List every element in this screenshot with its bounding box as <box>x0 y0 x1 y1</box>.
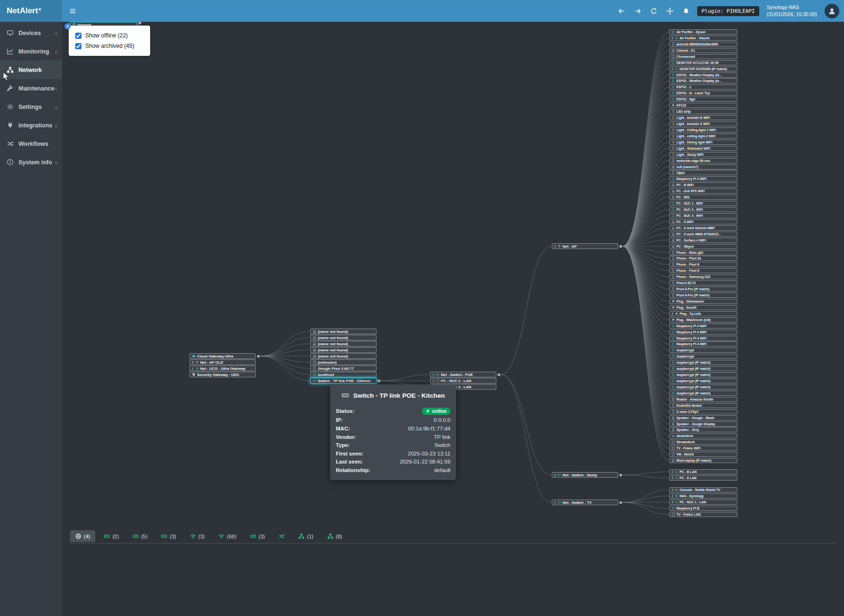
node-plug-tp-link[interactable]: 2Plug - Tp-Link <box>669 311 737 316</box>
node-esp32-weather-display-bl[interactable]: ESP32 - Weather Display (bl... <box>669 72 737 78</box>
external-link-icon[interactable]: ↗ <box>72 22 75 27</box>
node-pc-b-wifi[interactable]: PC - B WiFi <box>669 182 737 187</box>
node-raspberrypi[interactable]: raspberrypi <box>669 354 737 359</box>
user-avatar[interactable] <box>825 4 839 18</box>
collapse-handle[interactable] <box>498 374 500 376</box>
node-name-not-found[interactable]: (name not found) <box>310 329 377 334</box>
node-speaker-google-display[interactable]: Speaker - Google Display <box>669 421 737 427</box>
app-logo[interactable]: NetAlertx <box>0 0 62 22</box>
node-raspberry-pi-4-wifi[interactable]: Raspberry Pi 4 WiFi <box>669 336 737 341</box>
node-light-dining-light-wifi[interactable]: Light - Dining light WiFi <box>669 140 737 145</box>
node-esp32-ttgo[interactable]: ESP32 - ttgo <box>669 97 737 102</box>
node-net-switch-poe[interactable]: 1Net - Switch - POE <box>430 372 496 377</box>
node-localhost[interactable]: localhost <box>310 372 377 377</box>
node-raspberry-pi-b[interactable]: Raspberry Pi B <box>669 506 737 511</box>
node-raspberry-pi-4-wifi[interactable]: Raspberry Pi 4 WiFi <box>669 323 737 329</box>
node-air-purifier-xiaomi[interactable]: 2Air Purifier - Xiaomi <box>669 36 737 41</box>
node-pc-s-work-daniels-mbp[interactable]: PC - S work Daniels-MBP <box>669 225 737 231</box>
node-net-switch-study[interactable]: 3Net - Switch - Study <box>552 472 618 478</box>
node-raspberry-pi-4-wifi[interactable]: Raspberry Pi 4 WiFi <box>669 341 737 347</box>
sidebar-item-monitoring[interactable]: Monitoring‹ <box>0 42 62 61</box>
arrow-right-button[interactable] <box>634 8 641 15</box>
node-reader-amazon-kindle[interactable]: Reader - Amazon Kindle <box>669 397 737 402</box>
node-name-not-found[interactable]: (name not found) <box>310 341 377 347</box>
bell-button[interactable] <box>682 8 690 15</box>
node-pc-wayne[interactable]: PC - Wayne <box>669 244 737 249</box>
collapse-handle[interactable] <box>620 245 622 248</box>
node-raspberrypi[interactable]: raspberrypi <box>669 348 737 353</box>
node-light-ceiling-light-2-wifi[interactable]: Light - ceiling-light-2 WiFi <box>669 134 737 139</box>
node-name-not-found[interactable]: (name not found) <box>310 347 377 353</box>
node-redmisa-redmi[interactable]: RedmiSA-Redmi <box>669 403 737 408</box>
node-pc-nuc-3-wifi[interactable]: PC - NUC 3 - WiFi <box>669 207 737 212</box>
node-null-camera[interactable]: null (camera?) <box>669 164 737 170</box>
device-type-tab-5[interactable]: (3) <box>185 530 210 542</box>
node-light-bedside-b-wifi[interactable]: Light - bedside B WiFi <box>669 115 737 120</box>
device-type-tab-10[interactable]: (8) <box>322 530 347 542</box>
node-pc-nuc-2-lan[interactable]: 2PC - NUC 2 - LAN <box>430 378 496 384</box>
node-esp32-weather-display-w[interactable]: ESP32 - Weather Display (w... <box>669 78 737 83</box>
node-pc-nuc-1-lan[interactable]: 4PC - NUC 1 - LAN <box>669 500 737 505</box>
node-cloud-gateway-ultra[interactable]: Cloud Gateway Ultra <box>189 353 256 359</box>
node-phone-pixel-6[interactable]: Phone - Pixel 6 <box>669 262 737 267</box>
node-pc-dell-xps-wifi[interactable]: PC - Dell XPS WiFi <box>669 188 737 194</box>
node-nas-synology[interactable]: 2NAS - Synology <box>669 493 737 499</box>
node-pc-s-wifi[interactable]: PC - S WiFi <box>669 219 737 224</box>
node-vm-nixos[interactable]: VM - NixOS <box>669 452 737 457</box>
move-button[interactable] <box>666 8 673 15</box>
node-pixel-6-82-72[interactable]: Pixel-6 82:72 <box>669 280 737 286</box>
node-esp32-in-laser-toy[interactable]: ESP32 - In - Laser Toy <box>669 90 737 96</box>
sidebar-item-maintenance[interactable]: Maintenance‹ <box>0 79 62 98</box>
device-type-tab-8[interactable] <box>273 530 290 542</box>
node-pc-s-lan[interactable]: 3PC - S LAN <box>669 475 737 481</box>
sidebar-item-system-info[interactable]: System info‹ <box>0 153 62 171</box>
help-icon[interactable]: ? <box>64 23 71 29</box>
node-raspberrypi-ip-match[interactable]: raspberrypi (IP match) <box>669 391 737 396</box>
device-type-tab-7[interactable]: (3) <box>245 530 270 542</box>
node-pc-nuc-4-wifi[interactable]: PC - NUC 4 - WiFi <box>669 213 737 218</box>
node-plug-dishwasher[interactable]: Plug - Dishwasher <box>669 299 737 304</box>
node-pc-surface-4-wifi[interactable]: PC - Surface 4 WiFi <box>669 238 737 243</box>
node-streamdeck[interactable]: Streamdeck <box>669 439 737 445</box>
node-kp115[interactable]: KP115 <box>669 103 737 108</box>
show-offline-label[interactable]: Show offline (22) <box>85 32 128 39</box>
node-google-pixel-3-66-77[interactable]: Google Pixel 3 66:77 <box>310 366 377 371</box>
node-air-purifier-dyson[interactable]: Air Purifier - Dyson <box>669 29 737 35</box>
show-offline-checkbox[interactable] <box>75 33 81 39</box>
node-motorola-edge-50-neo[interactable]: motorola-edge-50-neo <box>669 158 737 163</box>
node-pc-s-work-mmd-67062015[interactable]: PC - S work MMD-67062015... <box>669 232 737 237</box>
node-raspberrypi-ip-match[interactable]: raspberrypi (IP match) <box>669 384 737 390</box>
arrow-left-button[interactable] <box>618 8 625 15</box>
node-console-nvidia-shield-tv[interactable]: 3Console - Nvidia Shield TV <box>669 487 737 492</box>
collapse-handle[interactable] <box>257 355 260 357</box>
device-type-tab-6[interactable]: (68) <box>213 530 242 542</box>
collapse-handle[interactable] <box>139 22 141 24</box>
node-speaker-google-black[interactable]: Speaker - Google - Black <box>669 415 737 420</box>
collapse-handle[interactable] <box>378 380 380 382</box>
node-pixel-9-pro-ip-match[interactable]: Pixel-9-Pro (IP match) <box>669 286 737 292</box>
sidebar-toggle-button[interactable] <box>62 0 83 22</box>
node-light-study-wifi[interactable]: Light - Study WiFi <box>669 152 737 157</box>
node-phone-pixel-6[interactable]: Phone - Pixel 6 <box>669 268 737 273</box>
device-type-tab-1[interactable]: (4) <box>70 530 95 542</box>
node-raspberry-pi-4-wifi[interactable]: Raspberry Pi 4 WiFi <box>669 176 737 181</box>
node-raspberrypi-ip-match[interactable]: raspberrypi (IP match) <box>669 372 737 377</box>
node-desktop-h71j17ge-1e-99[interactable]: DESKTOP-H71J17GE 1E:99 <box>669 60 737 65</box>
sidebar-item-integrations[interactable]: Integrations‹ <box>0 116 62 134</box>
node-led-strip[interactable]: LED strip <box>669 109 737 114</box>
node-esp32-1[interactable]: ESP32 - 1 <box>669 84 737 89</box>
node-phone-moto-g82[interactable]: Phone - Moto g82 <box>669 250 737 255</box>
node-tv-frame-lan[interactable]: TV - Frame LAN <box>669 512 737 517</box>
node-raspberry-pi-4-wifi[interactable]: Raspberry Pi 4 WiFi <box>669 330 737 335</box>
collapse-handle[interactable] <box>620 501 622 504</box>
node-s-mum-z-flip7[interactable]: S mum Z-Flip7 <box>669 409 737 414</box>
node-light-sideboard-wifi[interactable]: Light - Sideboard WiFi <box>669 146 737 151</box>
node-plug-sonoff[interactable]: Plug - Sonoff <box>669 305 737 310</box>
device-type-tab-2[interactable]: (2) <box>99 530 124 542</box>
node-raspberrypi-ip-match[interactable]: raspberrypi (IP match) <box>669 378 737 384</box>
node-steamdeck[interactable]: steamdeck <box>669 433 737 438</box>
node-camera-e1[interactable]: Camera - E1 <box>669 48 737 53</box>
node-unknown[interactable]: (unknown) <box>310 359 377 365</box>
node-raspberrypi-ip-match[interactable]: raspberrypi (IP match) <box>669 360 737 365</box>
node-pc-msi[interactable]: PC - MSI <box>669 195 737 200</box>
